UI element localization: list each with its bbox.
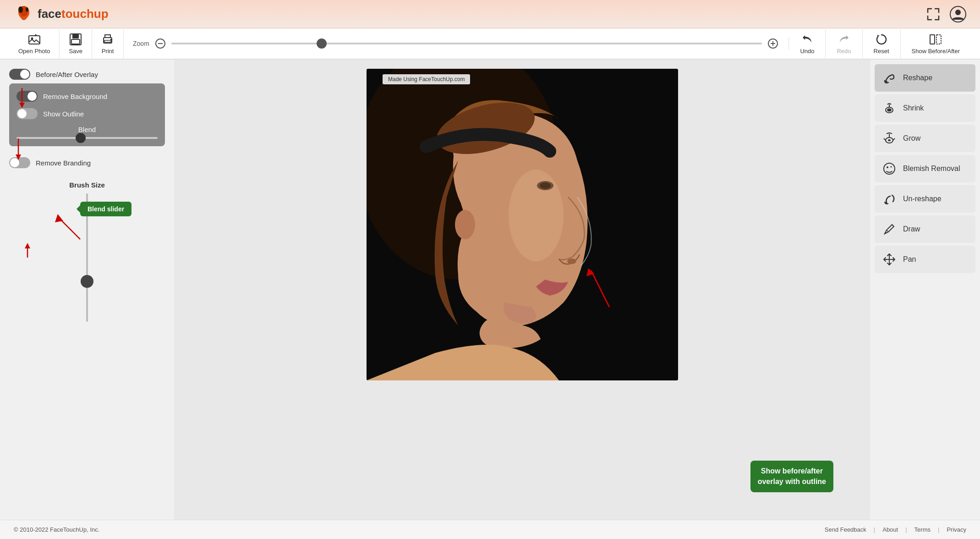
remove-background-toggle[interactable]: [16, 91, 38, 102]
undo-button[interactable]: Undo: [789, 29, 826, 58]
app-header: facetouchup: [0, 0, 980, 28]
logo-text: facetouchup: [38, 7, 109, 21]
svg-rect-19: [930, 35, 935, 44]
tool-pan-button[interactable]: Pan: [875, 246, 975, 273]
brush-size-label: Brush Size: [9, 181, 165, 189]
fullscreen-button[interactable]: [926, 7, 941, 22]
print-button[interactable]: Print: [92, 29, 124, 58]
blemish-removal-icon: [882, 161, 897, 176]
header-actions: [926, 6, 966, 22]
face-photo: [367, 69, 678, 380]
before-after-icon: [929, 33, 942, 46]
remove-branding-label: Remove Branding: [36, 159, 91, 167]
undo-icon: [801, 33, 814, 46]
copyright-text: © 2010-2022 FaceTouchUp, Inc.: [14, 526, 99, 533]
blend-slider[interactable]: [16, 137, 158, 139]
save-button[interactable]: Save: [60, 29, 92, 58]
right-panel: Reshape Shrink: [870, 60, 980, 520]
tool-shrink-button[interactable]: Shrink: [875, 94, 975, 122]
zoom-in-button[interactable]: [766, 37, 779, 50]
svg-point-41: [887, 109, 892, 112]
toolbar: Open Photo Save Print Zoom: [0, 28, 980, 60]
blend-section: Blend: [16, 126, 158, 139]
show-before-after-tooltip: Show before/afteroverlay with outline: [750, 461, 833, 492]
un-reshape-label: Un-reshape: [903, 195, 942, 203]
svg-point-36: [509, 170, 564, 261]
zoom-in-icon: [768, 38, 778, 49]
svg-point-32: [455, 210, 475, 239]
privacy-link[interactable]: Privacy: [947, 526, 966, 533]
shrink-icon: [882, 101, 897, 116]
svg-rect-9: [72, 34, 79, 38]
reshape-icon: [882, 71, 897, 85]
svg-rect-10: [71, 39, 80, 44]
svg-point-35: [567, 258, 576, 264]
svg-point-5: [955, 10, 961, 15]
send-feedback-link[interactable]: Send Feedback: [825, 526, 866, 533]
show-outline-toggle[interactable]: [16, 108, 38, 119]
svg-point-47: [887, 166, 888, 168]
remove-branding-toggle[interactable]: [9, 157, 30, 168]
draw-label: Draw: [903, 225, 920, 233]
fullscreen-icon: [926, 7, 941, 22]
print-icon: [101, 33, 114, 46]
svg-rect-6: [29, 36, 40, 44]
svg-point-2: [18, 6, 23, 13]
remove-background-row: Remove Background: [16, 91, 158, 102]
before-after-overlay-toggle[interactable]: [9, 69, 30, 80]
show-outline-row: Show Outline: [16, 108, 158, 119]
draw-icon: [882, 222, 897, 236]
tool-draw-button[interactable]: Draw: [875, 215, 975, 243]
shrink-label: Shrink: [903, 104, 924, 112]
canvas-watermark: Made Using FaceTouchUp.com: [383, 74, 470, 84]
svg-point-13: [110, 38, 112, 40]
logo: facetouchup: [14, 4, 109, 24]
before-after-overlay-label: Before/After Overlay: [36, 71, 98, 78]
show-outline-label: Show Outline: [43, 110, 84, 118]
svg-point-3: [26, 7, 28, 12]
reshape-label: Reshape: [903, 74, 932, 82]
tool-un-reshape-button[interactable]: Un-reshape: [875, 185, 975, 213]
open-photo-icon: [28, 33, 41, 46]
zoom-slider[interactable]: [171, 43, 762, 44]
terms-link[interactable]: Terms: [914, 526, 931, 533]
logo-icon: [14, 4, 34, 24]
user-icon: [950, 6, 966, 22]
user-account-button[interactable]: [950, 6, 966, 22]
canvas-image[interactable]: [367, 69, 678, 380]
blend-label: Blend: [16, 126, 158, 133]
show-before-after-button[interactable]: Show Before/After: [901, 29, 971, 58]
tool-grow-button[interactable]: Grow: [875, 125, 975, 152]
pan-label: Pan: [903, 255, 916, 264]
blemish-removal-label: Blemish Removal: [903, 165, 960, 173]
left-panel: Before/After Overlay Remove Background: [0, 60, 174, 520]
tool-reshape-button[interactable]: Reshape: [875, 64, 975, 92]
tool-blemish-removal-button[interactable]: Blemish Removal: [875, 155, 975, 182]
svg-point-48: [891, 166, 892, 168]
overlay-options-panel: Remove Background Show Outline Blend: [9, 83, 165, 146]
redo-icon: [838, 33, 850, 46]
main-content: Before/After Overlay Remove Background: [0, 60, 980, 520]
reset-icon: [875, 33, 888, 46]
redo-button[interactable]: Redo: [826, 29, 862, 58]
open-photo-button[interactable]: Open Photo: [9, 29, 60, 58]
save-icon: [69, 33, 82, 46]
footer-links: Send Feedback | About | Terms | Privacy: [825, 526, 966, 533]
svg-rect-12: [104, 40, 111, 42]
about-link[interactable]: About: [882, 526, 898, 533]
remove-background-label: Remove Background: [43, 93, 107, 100]
blend-slider-tooltip: Blend slider: [80, 202, 131, 216]
svg-point-44: [888, 139, 891, 141]
zoom-area: Zoom: [124, 37, 789, 50]
zoom-label: Zoom: [133, 40, 149, 47]
remove-branding-row: Remove Branding: [9, 157, 165, 168]
footer: © 2010-2022 FaceTouchUp, Inc. Send Feedb…: [0, 520, 980, 539]
pan-icon: [882, 252, 897, 267]
canvas-area: Made Using FaceTouchUp.com: [174, 60, 870, 520]
zoom-out-button[interactable]: [154, 37, 167, 50]
svg-rect-20: [936, 35, 941, 44]
svg-point-39: [885, 81, 887, 83]
grow-label: Grow: [903, 134, 920, 143]
reset-button[interactable]: Reset: [863, 29, 901, 58]
svg-point-49: [885, 202, 887, 204]
